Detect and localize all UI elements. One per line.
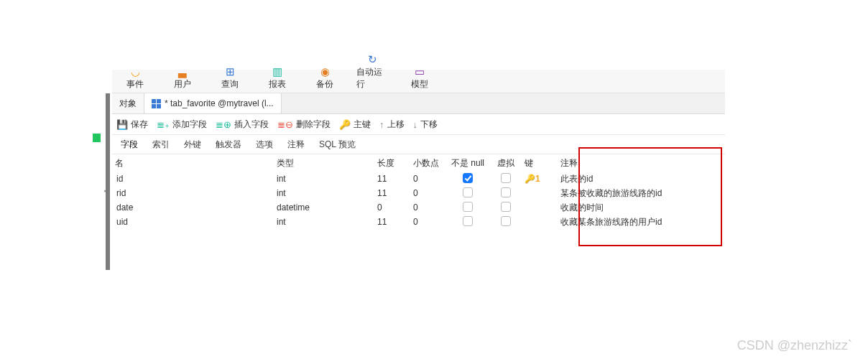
green-marker xyxy=(93,134,101,142)
sub-tab[interactable]: 字段 xyxy=(119,135,139,154)
toolbar-label: 报表 xyxy=(269,78,286,90)
table-row[interactable]: datedatetime00收藏的时间 xyxy=(112,200,725,215)
table-row[interactable]: ˣridint110某条被收藏的旅游线路的id xyxy=(112,186,725,200)
sub-tab[interactable]: SQL 预览 xyxy=(318,135,357,154)
insert-field-label: 插入字段 xyxy=(234,118,269,131)
insert-field-button[interactable]: ≣⊕插入字段 xyxy=(216,118,269,131)
col-length[interactable]: 长度 xyxy=(374,155,410,172)
cell-notnull[interactable] xyxy=(446,214,489,230)
table-row[interactable]: uidint110收藏某条旅游线路的用户id xyxy=(112,215,725,229)
sub-tab[interactable]: 选项 xyxy=(254,135,274,154)
virtual-checkbox[interactable] xyxy=(501,202,511,212)
cell-key[interactable] xyxy=(522,191,558,195)
delete-field-button[interactable]: ≣⊖删除字段 xyxy=(277,118,331,131)
toolbar-label: 查询 xyxy=(221,78,239,90)
delete-field-icon: ≣⊖ xyxy=(277,120,293,129)
col-type[interactable]: 类型 xyxy=(274,155,374,172)
col-name[interactable]: 名 xyxy=(112,155,274,172)
tab-label: 对象 xyxy=(119,98,137,110)
cell-key[interactable] xyxy=(522,220,558,224)
col-decimal[interactable]: 小数点 xyxy=(410,155,446,172)
cell-name[interactable]: date xyxy=(112,200,274,215)
toolbar-item[interactable]: ↻自动运行 xyxy=(356,53,388,93)
save-button[interactable]: 💾保存 xyxy=(116,118,148,131)
cell-name[interactable]: uid xyxy=(112,215,274,229)
watermark: CSDN @zhenzhizz` xyxy=(737,338,852,353)
cell-virtual[interactable] xyxy=(489,214,522,230)
toolbar-item[interactable]: ▥报表 xyxy=(262,65,293,93)
cell-type[interactable]: int xyxy=(274,172,374,186)
toolbar-item[interactable]: ⊞查询 xyxy=(214,65,246,93)
virtual-checkbox[interactable] xyxy=(501,216,511,226)
toolbar-item[interactable]: ◡事件 xyxy=(119,65,151,93)
toolbar-label: 备份 xyxy=(316,78,333,90)
toolbar-label: 自动运行 xyxy=(356,66,388,90)
col-virtual[interactable]: 虚拟 xyxy=(489,155,522,172)
cell-length[interactable]: 11 xyxy=(374,186,410,200)
add-field-label: 添加字段 xyxy=(172,118,207,131)
tab-table-designer[interactable]: * tab_favorite @mytravel (l... xyxy=(144,93,282,113)
cell-name[interactable]: ˣrid xyxy=(112,186,274,200)
tab-label: * tab_favorite @mytravel (l... xyxy=(165,98,274,108)
col-notnull[interactable]: 不是 null xyxy=(446,155,489,172)
toolbar-icon: ↻ xyxy=(368,53,377,65)
insert-field-icon: ≣⊕ xyxy=(216,120,231,129)
save-label: 保存 xyxy=(131,118,148,131)
col-comment[interactable]: 注释 xyxy=(558,155,725,172)
notnull-checkbox[interactable] xyxy=(463,202,473,212)
cell-name[interactable]: id xyxy=(112,172,274,186)
notnull-checkbox[interactable] xyxy=(463,187,473,197)
cell-decimal[interactable]: 0 xyxy=(410,200,446,215)
fields-grid: 名 类型 长度 小数点 不是 null 虚拟 键 注释 idint110🔑1此表… xyxy=(112,154,725,229)
primary-key-button[interactable]: 🔑主键 xyxy=(339,118,371,131)
toolbar-item[interactable]: ◉备份 xyxy=(309,65,341,93)
col-key[interactable]: 键 xyxy=(522,155,558,172)
cell-type[interactable]: int xyxy=(274,186,374,200)
move-down-button[interactable]: ↓下移 xyxy=(413,118,438,131)
move-down-label: 下移 xyxy=(420,118,438,131)
toolbar-item[interactable]: ▃用户 xyxy=(167,65,198,93)
cell-comment[interactable]: 收藏某条旅游线路的用户id xyxy=(558,214,725,230)
cell-decimal[interactable]: 0 xyxy=(410,186,446,200)
cell-length[interactable]: 11 xyxy=(374,215,410,229)
toolbar-icon: ▭ xyxy=(415,65,425,77)
sub-tab[interactable]: 索引 xyxy=(151,135,171,154)
toolbar-label: 事件 xyxy=(126,78,144,90)
toolbar-icon: ◉ xyxy=(320,65,330,77)
key-icon: 🔑 xyxy=(339,120,351,129)
toolbar-label: 用户 xyxy=(174,78,191,90)
cell-key[interactable] xyxy=(522,205,558,210)
design-toolbar: 💾保存 ≣₊添加字段 ≣⊕插入字段 ≣⊖删除字段 🔑主键 ↑上移 ↓下移 xyxy=(112,114,725,135)
cell-length[interactable]: 0 xyxy=(374,200,410,215)
cell-type[interactable]: int xyxy=(274,215,374,229)
toolbar-icon: ◡ xyxy=(131,65,140,77)
arrow-down-icon: ↓ xyxy=(413,120,418,129)
table-icon xyxy=(152,99,161,108)
notnull-checkbox[interactable] xyxy=(463,216,473,226)
table-row[interactable]: idint110🔑1此表的id xyxy=(112,172,725,186)
sub-tab[interactable]: 外键 xyxy=(183,135,203,154)
tab-objects[interactable]: 对象 xyxy=(112,93,144,113)
cell-key[interactable]: 🔑1 xyxy=(522,172,558,186)
cell-decimal[interactable]: 0 xyxy=(410,215,446,229)
move-up-button[interactable]: ↑上移 xyxy=(379,118,405,131)
virtual-checkbox[interactable] xyxy=(501,187,511,197)
add-field-button[interactable]: ≣₊添加字段 xyxy=(157,118,207,131)
tab-bar: 对象 * tab_favorite @mytravel (l... xyxy=(112,93,725,114)
toolbar-item[interactable]: ▭模型 xyxy=(404,65,435,93)
main-toolbar: ◡事件▃用户⊞查询▥报表◉备份↻自动运行▭模型 xyxy=(112,70,725,93)
grid-header: 名 类型 长度 小数点 不是 null 虚拟 键 注释 xyxy=(112,154,725,172)
sub-tab[interactable]: 注释 xyxy=(286,135,306,154)
sub-tab[interactable]: 触发器 xyxy=(214,135,243,154)
notnull-checkbox[interactable] xyxy=(463,173,473,183)
toolbar-icon: ⊞ xyxy=(226,65,235,77)
toolbar-icon: ▥ xyxy=(272,65,282,77)
cell-type[interactable]: datetime xyxy=(274,200,374,215)
move-up-label: 上移 xyxy=(387,118,405,131)
virtual-checkbox[interactable] xyxy=(501,173,511,183)
cell-decimal[interactable]: 0 xyxy=(410,172,446,186)
cell-length[interactable]: 11 xyxy=(374,172,410,186)
sub-tabs: 字段索引外键触发器选项注释SQL 预览 xyxy=(112,135,725,154)
toolbar-label: 模型 xyxy=(411,78,428,90)
arrow-up-icon: ↑ xyxy=(379,120,384,129)
